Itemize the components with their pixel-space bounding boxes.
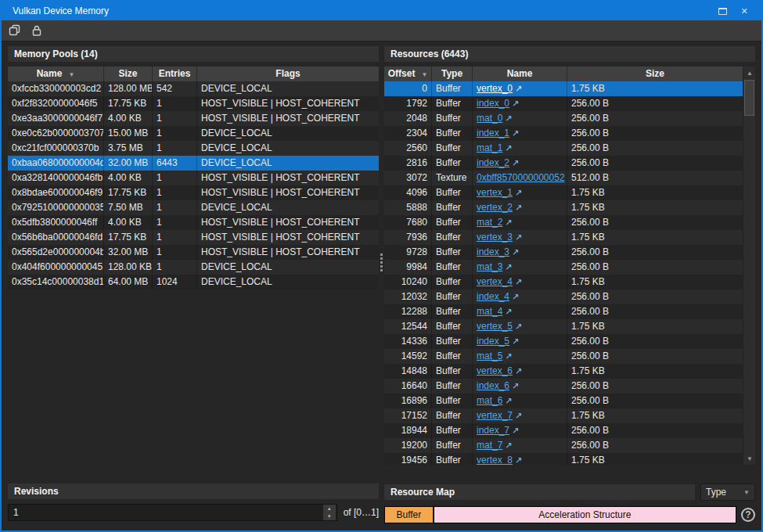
resource-link[interactable]: vertex_3 [477, 232, 513, 243]
resource-link[interactable]: mat_3 [477, 261, 502, 272]
scroll-down-button[interactable]: ▼ [743, 452, 755, 465]
resource-link[interactable]: vertex_8 [477, 455, 513, 465]
table-row[interactable]: 0xe3aa3000000046f74.00 KB1HOST_VISIBLE |… [8, 111, 379, 126]
revision-value[interactable]: 1 [9, 507, 323, 518]
resources-scrollbar[interactable]: ▲ ▼ [743, 66, 755, 465]
table-row[interactable]: 14848Buffervertex_6↗1.75 KB [384, 364, 743, 379]
resource-link[interactable]: index_2 [477, 157, 509, 168]
help-icon[interactable]: ? [741, 508, 755, 522]
resource-link[interactable]: index_0 [477, 98, 509, 109]
resource-map-bar[interactable]: BufferAcceleration Structure [384, 506, 736, 523]
resource-link[interactable]: 0xbff8570000000052 [477, 172, 565, 183]
table-row[interactable]: 3072Texture0xbff8570000000052↗512.00 B [384, 171, 743, 185]
resource-link[interactable]: mat_7 [477, 440, 502, 451]
table-row[interactable]: 7936Buffervertex_3↗1.75 KB [384, 230, 743, 245]
table-row[interactable]: 7680Buffermat_2↗256.00 B [384, 215, 743, 230]
table-row[interactable]: 0x404f600000000045128.00 KB1DEVICE_LOCAL [8, 260, 379, 275]
resource-link[interactable]: index_3 [477, 246, 509, 257]
table-row[interactable]: 0xbaa068000000004d32.00 MB6443DEVICE_LOC… [8, 156, 379, 171]
lock-icon[interactable] [28, 22, 45, 39]
column-header-name[interactable]: Name▼ [8, 66, 104, 81]
resource-link[interactable]: index_6 [477, 380, 509, 391]
table-row[interactable]: 4096Buffervertex_1↗1.75 KB [384, 185, 743, 200]
revision-spinbox[interactable]: 1 ▲ ▼ [8, 504, 337, 521]
table-row[interactable]: 1792Bufferindex_0↗256.00 B [384, 96, 743, 111]
table-row[interactable]: 12032Bufferindex_4↗256.00 B [384, 289, 743, 304]
resource-link[interactable]: mat_2 [477, 217, 502, 228]
close-window-button[interactable]: ✕ [733, 4, 755, 18]
cell-size: 1.75 KB [567, 408, 743, 423]
table-row[interactable]: 0xa3281400000046fb4.00 KB1HOST_VISIBLE |… [8, 171, 379, 185]
resource-link[interactable]: index_1 [477, 128, 509, 138]
cell-name: vertex_1↗ [473, 185, 567, 200]
spin-up-button[interactable]: ▲ [323, 505, 336, 512]
cell-type: Buffer [432, 319, 473, 334]
table-row[interactable]: 9728Bufferindex_3↗256.00 B [384, 245, 743, 260]
table-row[interactable]: 0x5dfb3800000046ff4.00 KB1HOST_VISIBLE |… [8, 215, 379, 230]
resource-link[interactable]: vertex_5 [477, 321, 513, 332]
resource-link[interactable]: vertex_1 [477, 187, 513, 198]
resource-link[interactable]: mat_1 [477, 142, 502, 153]
table-row[interactable]: 2560Buffermat_1↗256.00 B [384, 141, 743, 156]
map-type-dropdown[interactable]: Type ▼ [700, 483, 755, 501]
resource-link[interactable]: mat_0 [477, 113, 502, 124]
table-row[interactable]: 12544Buffervertex_5↗1.75 KB [384, 319, 743, 334]
table-row[interactable]: 0x56b6ba00000046fd17.75 KB1HOST_VISIBLE … [8, 230, 379, 245]
column-header-size[interactable]: Size [104, 66, 153, 81]
table-row[interactable]: 19456Buffervertex_8↗1.75 KB [384, 453, 743, 465]
resource-link[interactable]: vertex_0 [477, 83, 513, 94]
table-row[interactable]: 16896Buffermat_6↗256.00 B [384, 394, 743, 408]
resources-table[interactable]: Offset▼TypeNameSize0Buffervertex_0↗1.75 … [384, 66, 743, 465]
table-row[interactable]: 19200Buffermat_7↗256.00 B [384, 438, 743, 453]
table-row[interactable]: 2816Bufferindex_2↗256.00 B [384, 156, 743, 171]
spin-down-button[interactable]: ▼ [323, 512, 336, 520]
column-header-flags[interactable]: Flags [197, 66, 379, 81]
table-row[interactable]: 12288Buffermat_4↗256.00 B [384, 304, 743, 319]
scroll-up-button[interactable]: ▲ [743, 66, 755, 79]
new-window-icon[interactable] [6, 22, 23, 39]
cell-size: 256.00 B [567, 245, 743, 260]
table-row[interactable]: 0xc21fcf000000370b3.75 MB1DEVICE_LOCAL [8, 141, 379, 156]
table-row[interactable]: 9984Buffermat_3↗256.00 B [384, 260, 743, 275]
table-row[interactable]: 0x565d2e000000004b32.00 MB1HOST_VISIBLE … [8, 245, 379, 260]
panel-splitter[interactable] [379, 46, 384, 479]
float-window-button[interactable] [711, 4, 733, 18]
table-row[interactable]: 18944Bufferindex_7↗256.00 B [384, 423, 743, 438]
memory-pools-table[interactable]: Name▼SizeEntriesFlags0xfccb330000003cd21… [8, 66, 379, 289]
resource-link[interactable]: vertex_7 [477, 410, 513, 421]
resource-link[interactable]: vertex_4 [477, 276, 513, 287]
column-header-entries[interactable]: Entries [153, 66, 197, 81]
resource-link[interactable]: mat_5 [477, 350, 502, 361]
table-row[interactable]: 0Buffervertex_0↗1.75 KB [384, 81, 743, 96]
resource-link[interactable]: index_5 [477, 336, 509, 347]
table-row[interactable]: 0xf2f83200000046f517.75 KB1HOST_VISIBLE … [8, 96, 379, 111]
resource-link[interactable]: vertex_6 [477, 365, 513, 376]
table-row[interactable]: 10240Buffervertex_4↗1.75 KB [384, 275, 743, 289]
column-header-name[interactable]: Name [473, 66, 567, 81]
table-row[interactable]: 14592Buffermat_5↗256.00 B [384, 349, 743, 364]
table-row[interactable]: 0x8bdae600000046f917.75 KB1HOST_VISIBLE … [8, 185, 379, 200]
table-row[interactable]: 17152Buffervertex_7↗1.75 KB [384, 408, 743, 423]
column-header-size[interactable]: Size [567, 66, 743, 81]
resource-link[interactable]: vertex_2 [477, 202, 513, 213]
resource-link[interactable]: mat_4 [477, 306, 502, 317]
cell-size: 1.75 KB [567, 81, 743, 96]
map-segment-buffer[interactable]: Buffer [385, 507, 434, 523]
table-row[interactable]: 0x79251000000000357.50 MB1DEVICE_LOCAL [8, 200, 379, 215]
resource-link[interactable]: index_7 [477, 425, 509, 436]
scrollbar-thumb[interactable] [744, 80, 754, 116]
table-row[interactable]: 0x35c14c00000038d164.00 MB1024DEVICE_LOC… [8, 275, 379, 289]
map-segment-acceleration-structure[interactable]: Acceleration Structure [434, 507, 736, 523]
table-row[interactable]: 2304Bufferindex_1↗256.00 B [384, 126, 743, 141]
table-row[interactable]: 16640Bufferindex_6↗256.00 B [384, 379, 743, 394]
table-row[interactable]: 0xe0c62b000000370715.00 MB1DEVICE_LOCAL [8, 126, 379, 141]
column-header-type[interactable]: Type [432, 66, 473, 81]
table-row[interactable]: 5888Buffervertex_2↗1.75 KB [384, 200, 743, 215]
table-row[interactable]: 0xfccb330000003cd2128.00 MB542DEVICE_LOC… [8, 81, 379, 96]
table-row[interactable]: 14336Bufferindex_5↗256.00 B [384, 334, 743, 349]
cell-entries: 1 [153, 126, 197, 141]
resource-link[interactable]: index_4 [477, 291, 509, 302]
resource-link[interactable]: mat_6 [477, 395, 502, 406]
table-row[interactable]: 2048Buffermat_0↗256.00 B [384, 111, 743, 126]
column-header-offset[interactable]: Offset▼ [384, 66, 432, 81]
